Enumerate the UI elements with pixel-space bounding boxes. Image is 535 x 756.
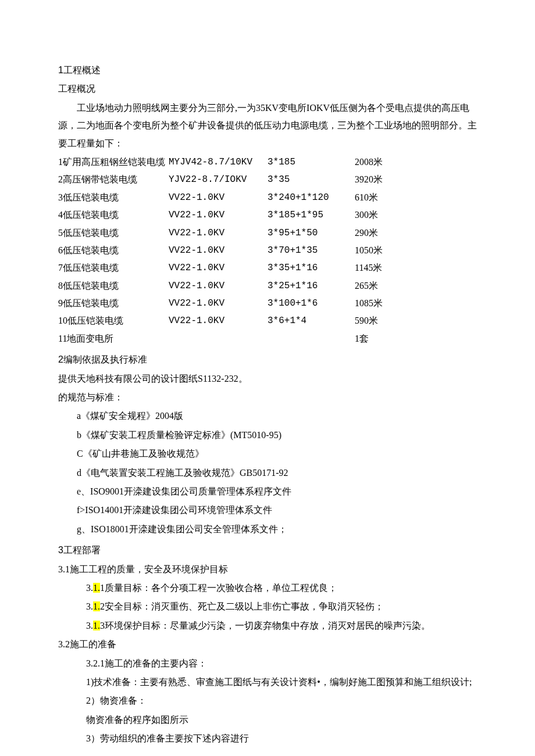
cable-name: 10低压铠装电缆 xyxy=(58,312,169,329)
cable-model: VV22-1.0KV xyxy=(169,295,268,312)
cable-qty: 300米 xyxy=(355,206,477,224)
s311-pre: 3. xyxy=(86,583,93,593)
cable-spec: 3*100+1*6 xyxy=(268,295,355,312)
table-row: 2高压钢带铠装电缆YJV22-8.7/IOKV3*353920米 xyxy=(58,171,477,188)
cable-model: VV22-1.0KV xyxy=(169,206,268,224)
cable-name: 6低压铠装电缆 xyxy=(58,242,169,259)
table-row: 10低压铠装电缆VV22-1.0KV3*6+1*4590米 xyxy=(58,312,477,329)
sec3-2-1-3: 3）劳动组织的准备主要按下述内容进行 xyxy=(58,730,477,747)
s312-post: 2安全目标：消灭重伤、死亡及二级以上非伤亡事故，争取消灭轻伤； xyxy=(100,601,384,611)
s312-pre: 3. xyxy=(86,601,93,611)
sec1-intro: 工业场地动力照明线网主要分为三部分,一为35KV变电所IOKV低压侧为各个受电点… xyxy=(58,99,477,152)
cable-model: VV22-1.0KV xyxy=(169,242,268,259)
list-item: C《矿山井巷施工及验收规范》 xyxy=(58,445,477,463)
list-item: f>ISO14001开滦建设集团公司环境管理体系文件 xyxy=(58,501,477,519)
table-row: 1矿用高压粗钢丝铠装电缆MYJV42-8.7/10KV3*1852008米 xyxy=(58,153,477,171)
section-3-heading: 3工程部署 xyxy=(58,542,477,559)
cable-qty: 290米 xyxy=(355,224,477,242)
cable-model: VV22-1.0KV xyxy=(169,224,268,242)
sec3-2-1-2b: 物资准备的程序如图所示 xyxy=(58,711,477,729)
cable-name: 1矿用高压粗钢丝铠装电缆 xyxy=(58,153,169,171)
sec3-1-1: 3.1.1质量目标：各个分项工程一次验收合格，单位工程优良； xyxy=(58,579,477,597)
sec3-2-heading: 3.2施工的准备 xyxy=(58,636,477,653)
cable-name: 7低压铠装电缆 xyxy=(58,259,169,277)
cable-spec: 3*35+1*16 xyxy=(268,259,355,277)
sec2-num: 2 xyxy=(58,354,63,364)
sec3-2-1-2: 2）物资准备： xyxy=(58,692,477,710)
sec1-sub: 工程概况 xyxy=(58,80,477,98)
list-item: g、ISO18001开滦建设集团公司安全管理体系文件； xyxy=(58,521,477,538)
table-row: 11地面变电所1套 xyxy=(58,330,477,347)
sec1-num: 1 xyxy=(58,65,63,75)
cable-model: MYJV42-8.7/10KV xyxy=(169,153,268,171)
cable-qty: 1145米 xyxy=(355,259,477,277)
cable-spec: 3*35 xyxy=(268,171,355,188)
list-item: d《电气装置安装工程施工及验收规范》GB50171-92 xyxy=(58,464,477,482)
table-row: 9低压铠装电缆VV22-1.0KV3*100+1*61085米 xyxy=(58,295,477,312)
cable-name: 2高压钢带铠装电缆 xyxy=(58,171,169,188)
cable-spec: 3*95+1*50 xyxy=(268,224,355,242)
cable-name: 4低压铠装电缆 xyxy=(58,206,169,224)
sec3-1-2: 3.1.2安全目标：消灭重伤、死亡及二级以上非伤亡事故，争取消灭轻伤； xyxy=(58,598,477,615)
cable-model xyxy=(169,330,268,347)
cable-name: 3低压铠装电缆 xyxy=(58,189,169,206)
cable-table: 1矿用高压粗钢丝铠装电缆MYJV42-8.7/10KV3*1852008米2高压… xyxy=(58,153,477,347)
cable-spec: 3*70+1*35 xyxy=(268,242,355,259)
cable-qty: 590米 xyxy=(355,312,477,329)
section-2-heading: 2编制依据及执行标准 xyxy=(58,351,477,368)
cable-spec: 3*185+1*95 xyxy=(268,206,355,224)
cable-name: 8低压铠装电缆 xyxy=(58,277,169,295)
sec1-txt: 工程概述 xyxy=(63,65,101,75)
cable-name: 11地面变电所 xyxy=(58,330,169,347)
list-item: a《煤矿安全规程》2004版 xyxy=(58,407,477,425)
sec3-1-3: 3.1.3环境保护目标：尽量减少污染，一切废弃物集中存放，消灭对居民的噪声污染。 xyxy=(58,617,477,635)
table-row: 3低压铠装电缆VV22-1.0KV3*240+1*120610米 xyxy=(58,189,477,206)
cable-qty: 1套 xyxy=(355,330,477,347)
cable-name: 9低压铠装电缆 xyxy=(58,295,169,312)
s311-post: 1质量目标：各个分项工程一次验收合格，单位工程优良； xyxy=(100,583,337,593)
sec2-line1: 提供天地科技有限公司的设计图纸S1132-232。 xyxy=(58,370,477,388)
s313-post: 3环境保护目标：尽量减少污染，一切废弃物集中存放，消灭对居民的噪声污染。 xyxy=(100,621,430,630)
sec3-txt: 工程部署 xyxy=(63,545,101,555)
cable-spec: 3*6+1*4 xyxy=(268,312,355,329)
sec3-2-1-1: 1)技术准备：主要有熟悉、审查施工图纸与有关设计资料•，编制好施工图预算和施工组… xyxy=(58,673,477,691)
cable-qty: 1050米 xyxy=(355,242,477,259)
cable-model: VV22-1.0KV xyxy=(169,277,268,295)
cable-spec xyxy=(268,330,355,347)
cable-model: VV22-1.0KV xyxy=(169,312,268,329)
cable-model: VV22-1.0KV xyxy=(169,189,268,206)
cable-qty: 610米 xyxy=(355,189,477,206)
section-1-heading: 1工程概述 xyxy=(58,62,477,79)
cable-qty: 2008米 xyxy=(355,153,477,171)
table-row: 5低压铠装电缆VV22-1.0KV3*95+1*50290米 xyxy=(58,224,477,242)
cable-name: 5低压铠装电缆 xyxy=(58,224,169,242)
s312-hl: 1. xyxy=(93,601,100,611)
sec3-1-heading: 3.1施工工程的质量，安全及环境保护目标 xyxy=(58,561,477,578)
cable-qty: 3920米 xyxy=(355,171,477,188)
sec3-2-1: 3.2.1施工的准备的主要内容： xyxy=(58,655,477,672)
cable-spec: 3*240+1*120 xyxy=(268,189,355,206)
cable-spec: 3*25+1*16 xyxy=(268,277,355,295)
table-row: 6低压铠装电缆VV22-1.0KV3*70+1*351050米 xyxy=(58,242,477,259)
sec2-txt: 编制依据及执行标准 xyxy=(63,354,147,364)
s313-hl: 1. xyxy=(93,621,100,630)
s311-hl: 1. xyxy=(93,583,100,593)
list-item: e、ISO9001开滦建设集团公司质量管理体系程序文件 xyxy=(58,483,477,500)
cable-qty: 1085米 xyxy=(355,295,477,312)
cable-model: VV22-1.0KV xyxy=(169,259,268,277)
sec2-line2: 的规范与标准： xyxy=(58,389,477,406)
table-row: 4低压铠装电缆VV22-1.0KV3*185+1*95300米 xyxy=(58,206,477,224)
cable-model: YJV22-8.7/IOKV xyxy=(169,171,268,188)
table-row: 8低压铠装电缆VV22-1.0KV3*25+1*16265米 xyxy=(58,277,477,295)
list-item: b《煤矿安装工程质量检验评定标准》(MT5010-95) xyxy=(58,427,477,444)
cable-qty: 265米 xyxy=(355,277,477,295)
cable-spec: 3*185 xyxy=(268,153,355,171)
table-row: 7低压铠装电缆VV22-1.0KV3*35+1*161145米 xyxy=(58,259,477,277)
sec3-num: 3 xyxy=(58,545,63,555)
s313-pre: 3. xyxy=(86,621,93,630)
